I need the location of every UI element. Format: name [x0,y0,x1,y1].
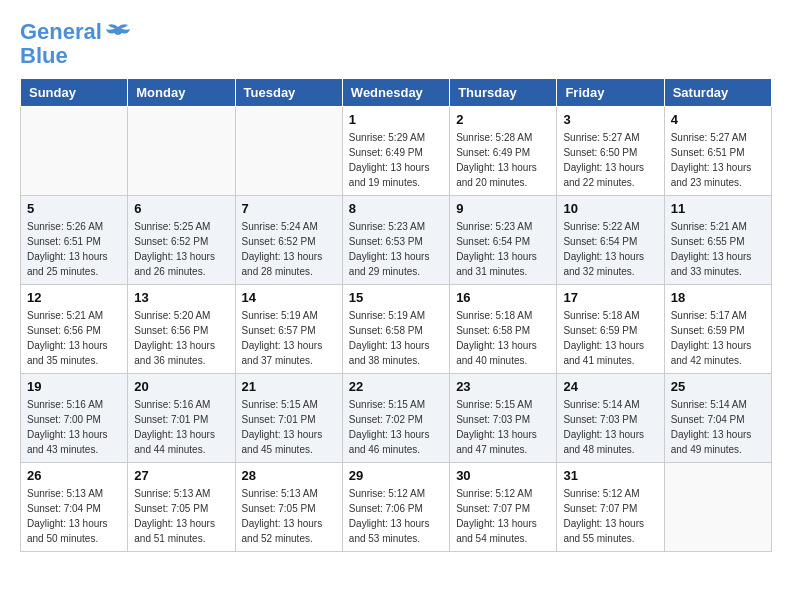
calendar-cell [21,107,128,196]
day-number: 2 [456,112,550,127]
calendar-cell: 23Sunrise: 5:15 AM Sunset: 7:03 PM Dayli… [450,374,557,463]
day-number: 24 [563,379,657,394]
calendar-day-header: Sunday [21,79,128,107]
calendar-cell: 20Sunrise: 5:16 AM Sunset: 7:01 PM Dayli… [128,374,235,463]
day-number: 3 [563,112,657,127]
day-number: 14 [242,290,336,305]
calendar-day-header: Saturday [664,79,771,107]
calendar-cell: 22Sunrise: 5:15 AM Sunset: 7:02 PM Dayli… [342,374,449,463]
logo: GeneralBlue [20,20,132,68]
page-header: GeneralBlue [20,20,772,68]
day-info: Sunrise: 5:19 AM Sunset: 6:57 PM Dayligh… [242,308,336,368]
day-number: 21 [242,379,336,394]
day-number: 17 [563,290,657,305]
day-info: Sunrise: 5:28 AM Sunset: 6:49 PM Dayligh… [456,130,550,190]
day-number: 19 [27,379,121,394]
calendar-cell: 21Sunrise: 5:15 AM Sunset: 7:01 PM Dayli… [235,374,342,463]
calendar-cell: 16Sunrise: 5:18 AM Sunset: 6:58 PM Dayli… [450,285,557,374]
day-info: Sunrise: 5:13 AM Sunset: 7:05 PM Dayligh… [134,486,228,546]
day-number: 22 [349,379,443,394]
day-info: Sunrise: 5:14 AM Sunset: 7:04 PM Dayligh… [671,397,765,457]
calendar-cell [128,107,235,196]
day-info: Sunrise: 5:16 AM Sunset: 7:01 PM Dayligh… [134,397,228,457]
calendar-day-header: Monday [128,79,235,107]
calendar-cell: 3Sunrise: 5:27 AM Sunset: 6:50 PM Daylig… [557,107,664,196]
day-info: Sunrise: 5:17 AM Sunset: 6:59 PM Dayligh… [671,308,765,368]
day-number: 4 [671,112,765,127]
calendar-cell: 6Sunrise: 5:25 AM Sunset: 6:52 PM Daylig… [128,196,235,285]
calendar-table: SundayMondayTuesdayWednesdayThursdayFrid… [20,78,772,552]
calendar-cell: 26Sunrise: 5:13 AM Sunset: 7:04 PM Dayli… [21,463,128,552]
day-info: Sunrise: 5:23 AM Sunset: 6:54 PM Dayligh… [456,219,550,279]
calendar-cell: 30Sunrise: 5:12 AM Sunset: 7:07 PM Dayli… [450,463,557,552]
day-number: 23 [456,379,550,394]
day-info: Sunrise: 5:25 AM Sunset: 6:52 PM Dayligh… [134,219,228,279]
day-info: Sunrise: 5:14 AM Sunset: 7:03 PM Dayligh… [563,397,657,457]
day-number: 11 [671,201,765,216]
calendar-week-row: 26Sunrise: 5:13 AM Sunset: 7:04 PM Dayli… [21,463,772,552]
day-number: 1 [349,112,443,127]
calendar-cell: 11Sunrise: 5:21 AM Sunset: 6:55 PM Dayli… [664,196,771,285]
calendar-cell: 15Sunrise: 5:19 AM Sunset: 6:58 PM Dayli… [342,285,449,374]
calendar-day-header: Tuesday [235,79,342,107]
calendar-week-row: 1Sunrise: 5:29 AM Sunset: 6:49 PM Daylig… [21,107,772,196]
day-number: 9 [456,201,550,216]
day-number: 26 [27,468,121,483]
day-number: 25 [671,379,765,394]
day-number: 6 [134,201,228,216]
day-number: 8 [349,201,443,216]
calendar-cell [664,463,771,552]
calendar-cell [235,107,342,196]
calendar-cell: 19Sunrise: 5:16 AM Sunset: 7:00 PM Dayli… [21,374,128,463]
calendar-cell: 27Sunrise: 5:13 AM Sunset: 7:05 PM Dayli… [128,463,235,552]
calendar-cell: 7Sunrise: 5:24 AM Sunset: 6:52 PM Daylig… [235,196,342,285]
day-number: 5 [27,201,121,216]
day-number: 16 [456,290,550,305]
day-number: 31 [563,468,657,483]
calendar-cell: 18Sunrise: 5:17 AM Sunset: 6:59 PM Dayli… [664,285,771,374]
day-info: Sunrise: 5:12 AM Sunset: 7:06 PM Dayligh… [349,486,443,546]
calendar-week-row: 5Sunrise: 5:26 AM Sunset: 6:51 PM Daylig… [21,196,772,285]
day-info: Sunrise: 5:15 AM Sunset: 7:01 PM Dayligh… [242,397,336,457]
day-number: 13 [134,290,228,305]
day-info: Sunrise: 5:18 AM Sunset: 6:59 PM Dayligh… [563,308,657,368]
day-number: 7 [242,201,336,216]
calendar-cell: 12Sunrise: 5:21 AM Sunset: 6:56 PM Dayli… [21,285,128,374]
calendar-day-header: Thursday [450,79,557,107]
calendar-cell: 9Sunrise: 5:23 AM Sunset: 6:54 PM Daylig… [450,196,557,285]
day-number: 29 [349,468,443,483]
calendar-cell: 10Sunrise: 5:22 AM Sunset: 6:54 PM Dayli… [557,196,664,285]
day-info: Sunrise: 5:15 AM Sunset: 7:02 PM Dayligh… [349,397,443,457]
calendar-cell: 1Sunrise: 5:29 AM Sunset: 6:49 PM Daylig… [342,107,449,196]
day-info: Sunrise: 5:29 AM Sunset: 6:49 PM Dayligh… [349,130,443,190]
logo-text: GeneralBlue [20,20,102,68]
day-number: 10 [563,201,657,216]
day-number: 18 [671,290,765,305]
day-info: Sunrise: 5:12 AM Sunset: 7:07 PM Dayligh… [456,486,550,546]
day-info: Sunrise: 5:19 AM Sunset: 6:58 PM Dayligh… [349,308,443,368]
calendar-cell: 28Sunrise: 5:13 AM Sunset: 7:05 PM Dayli… [235,463,342,552]
day-number: 27 [134,468,228,483]
calendar-cell: 17Sunrise: 5:18 AM Sunset: 6:59 PM Dayli… [557,285,664,374]
calendar-day-header: Wednesday [342,79,449,107]
calendar-cell: 8Sunrise: 5:23 AM Sunset: 6:53 PM Daylig… [342,196,449,285]
day-info: Sunrise: 5:22 AM Sunset: 6:54 PM Dayligh… [563,219,657,279]
logo-bird-icon [104,23,132,45]
calendar-cell: 5Sunrise: 5:26 AM Sunset: 6:51 PM Daylig… [21,196,128,285]
calendar-cell: 31Sunrise: 5:12 AM Sunset: 7:07 PM Dayli… [557,463,664,552]
calendar-cell: 24Sunrise: 5:14 AM Sunset: 7:03 PM Dayli… [557,374,664,463]
day-info: Sunrise: 5:21 AM Sunset: 6:55 PM Dayligh… [671,219,765,279]
day-info: Sunrise: 5:13 AM Sunset: 7:04 PM Dayligh… [27,486,121,546]
calendar-cell: 14Sunrise: 5:19 AM Sunset: 6:57 PM Dayli… [235,285,342,374]
calendar-cell: 2Sunrise: 5:28 AM Sunset: 6:49 PM Daylig… [450,107,557,196]
day-number: 15 [349,290,443,305]
calendar-week-row: 12Sunrise: 5:21 AM Sunset: 6:56 PM Dayli… [21,285,772,374]
calendar-cell: 25Sunrise: 5:14 AM Sunset: 7:04 PM Dayli… [664,374,771,463]
day-number: 12 [27,290,121,305]
calendar-header-row: SundayMondayTuesdayWednesdayThursdayFrid… [21,79,772,107]
day-info: Sunrise: 5:15 AM Sunset: 7:03 PM Dayligh… [456,397,550,457]
day-number: 20 [134,379,228,394]
calendar-cell: 13Sunrise: 5:20 AM Sunset: 6:56 PM Dayli… [128,285,235,374]
day-info: Sunrise: 5:13 AM Sunset: 7:05 PM Dayligh… [242,486,336,546]
day-info: Sunrise: 5:23 AM Sunset: 6:53 PM Dayligh… [349,219,443,279]
